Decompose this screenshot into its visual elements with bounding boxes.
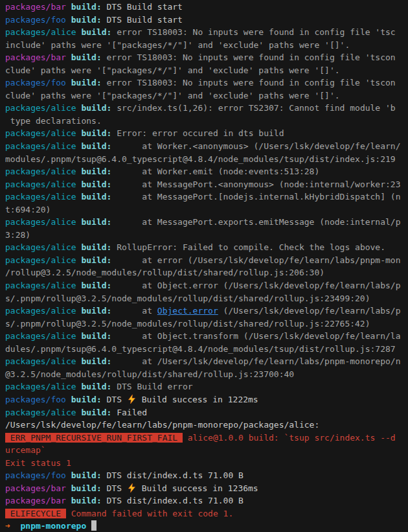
- terminal-text: Build success in 1222ms: [137, 395, 258, 404]
- terminal-line: clude' paths were '["packages/*/"]' and …: [5, 64, 408, 77]
- terminal-text: build:: [81, 27, 111, 37]
- terminal-text: build:: [71, 395, 102, 404]
- terminal-text: build:: [81, 408, 111, 417]
- terminal-text: packages/alice: [5, 281, 81, 290]
- terminal-line: packages/bar build: DTS Build start: [5, 1, 408, 14]
- terminal-line: urcemap`: [5, 444, 408, 457]
- terminal-line: packages/alice build: Error: error occur…: [5, 127, 408, 140]
- terminal-text: /Users/lsk/develop/fe/learn/labs/pnpm-mo…: [5, 420, 319, 430]
- terminal-line: /Users/lsk/develop/fe/learn/labs/pnpm-mo…: [5, 419, 408, 432]
- terminal-line: packages/alice build: at Object.error (/…: [5, 305, 408, 318]
- lightning-bolt-icon: [127, 483, 137, 493]
- terminal-text: build:: [81, 331, 111, 341]
- terminal-text: packages/alice: [5, 255, 81, 265]
- terminal-text: urcemap`: [5, 445, 46, 455]
- terminal-text: packages/alice: [5, 356, 81, 366]
- terminal-text: Exit status 1: [5, 458, 71, 468]
- terminal-line: packages/alice build: error TS18003: No …: [5, 26, 408, 39]
- terminal-line: packages/alice build: src/index.ts(1,26)…: [5, 102, 408, 115]
- terminal-text: DTS Build start: [102, 2, 183, 12]
- terminal-text: Build success in 1236ms: [137, 483, 258, 493]
- terminal-line: Exit status 1: [5, 457, 408, 470]
- terminal-text: packages/bar: [5, 52, 71, 62]
- terminal-text: Error: error occured in dts build: [111, 128, 284, 138]
- terminal-text: src/index.ts(1,26): error TS2307: Cannot…: [111, 103, 395, 113]
- terminal-text: build:: [81, 128, 111, 138]
- terminal-text: packages/alice: [5, 103, 81, 113]
- prompt-line: ➜ pnpm-monorepo: [5, 520, 408, 532]
- terminal-line: dules/.pnpm/tsup@6.4.0_typescript@4.8.4/…: [5, 343, 408, 356]
- terminal-text: at Object.transform (/Users/lsk/develop/…: [111, 331, 400, 341]
- terminal-text: packages/alice: [5, 167, 81, 176]
- terminal-text: build:: [71, 15, 102, 25]
- terminal-text: build:: [81, 217, 111, 227]
- terminal-text: build:: [81, 192, 111, 202]
- terminal-text: packages/alice: [5, 242, 81, 252]
- terminal-line: t:694:20): [5, 203, 408, 216]
- terminal-line: packages/foo build: error TS18003: No in…: [5, 76, 408, 89]
- terminal-line: type declarations.: [5, 115, 408, 128]
- terminal-text: build:: [71, 2, 102, 12]
- terminal-line: packages/bar build: DTS Build success in…: [5, 482, 408, 495]
- terminal-text: packages/alice: [5, 141, 81, 151]
- terminal-line: packages/bar build: error TS18003: No in…: [5, 51, 408, 64]
- terminal-text: build:: [81, 255, 111, 265]
- terminal-line: packages/alice build: at Object.transfor…: [5, 330, 408, 343]
- terminal-text: modules/.pnpm/tsup@6.4.0_typescript@4.8.…: [5, 154, 396, 164]
- error-badge: ERR_PNPM_RECURSIVE_RUN_FIRST_FAIL: [5, 433, 183, 443]
- terminal-text: build:: [81, 306, 111, 316]
- terminal-text: packages/foo: [5, 395, 71, 404]
- terminal-text: error TS18003: No inputs were found in c…: [102, 78, 396, 87]
- terminal-line: packages/alice build: RollupError: Faile…: [5, 241, 408, 254]
- terminal-line: packages/alice build: at Worker.emit (no…: [5, 165, 408, 178]
- terminal-text: packages/bar: [5, 483, 71, 493]
- terminal-line: packages/alice build: at error (/Users/l…: [5, 254, 408, 267]
- terminal-text: error TS18003: No inputs were found in c…: [102, 52, 396, 62]
- terminal-text: packages/alice: [5, 306, 81, 316]
- terminal-text: build:: [81, 242, 111, 252]
- terminal-text: /rollup@3.2.5/node_modules/rollup/dist/s…: [5, 268, 324, 277]
- terminal-text: packages/alice: [5, 27, 81, 37]
- terminal-text: clude' paths were '["packages/*/"]' and …: [5, 91, 340, 100]
- terminal-line: packages/alice build: at MessagePort.<an…: [5, 178, 408, 191]
- terminal-text: dules/.pnpm/tsup@6.4.0_typescript@4.8.4/…: [5, 344, 396, 354]
- terminal-text: (/Users/lsk/develop/fe/learn/labs/p: [218, 306, 401, 316]
- terminal-text: packages/alice: [5, 382, 81, 391]
- terminal-line: packages/alice build: Failed: [5, 406, 408, 419]
- terminal-text: DTS Build error: [111, 382, 192, 391]
- terminal-text: at MessagePort.<anonymous> (node:interna…: [111, 179, 400, 189]
- terminal-text: at MessagePort.exports.emitMessage (node…: [111, 217, 400, 227]
- terminal-text: error TS18003: No inputs were found in c…: [111, 27, 395, 37]
- terminal-text: packages/bar: [5, 496, 71, 505]
- terminal-text: at: [111, 306, 157, 316]
- terminal-output[interactable]: packages/bar build: DTS Build startpacka…: [0, 0, 408, 532]
- terminal-text: packages/foo: [5, 470, 71, 480]
- terminal-text: build:: [71, 78, 102, 87]
- terminal-text: type declarations.: [5, 116, 102, 126]
- terminal-line: ERR_PNPM_RECURSIVE_RUN_FIRST_FAIL alice@…: [5, 432, 408, 445]
- prompt-directory: pnpm-monorepo: [20, 521, 86, 531]
- terminal-line: packages/alice build: at MessagePort.[no…: [5, 191, 408, 203]
- terminal-line: packages/foo build: DTS Build start: [5, 14, 408, 27]
- terminal-text: @3.2.5/node_modules/rollup/dist/shared/r…: [5, 369, 294, 379]
- terminal-text: include' paths were '["packages/*/"]' an…: [5, 40, 350, 50]
- terminal-text: build:: [71, 483, 102, 493]
- terminal-text: DTS Build start: [102, 15, 183, 25]
- terminal-line: s/.pnpm/rollup@3.2.5/node_modules/rollup…: [5, 292, 408, 305]
- terminal-text: packages/alice: [5, 179, 81, 189]
- terminal-text: at MessagePort.[nodejs.internal.kHybridD…: [111, 192, 400, 202]
- terminal-text: DTS: [102, 483, 127, 493]
- terminal-line: packages/alice build: DTS Build error: [5, 380, 408, 393]
- terminal-text: packages/alice: [5, 331, 81, 341]
- terminal-text: packages/alice: [5, 128, 81, 138]
- terminal-text: [86, 521, 91, 531]
- terminal-text: packages/alice: [5, 192, 81, 202]
- terminal-text: packages/foo: [5, 15, 71, 25]
- terminal-text: DTS dist/index.d.ts 71.00 B: [102, 496, 244, 505]
- file-link[interactable]: Object.error: [157, 306, 218, 316]
- terminal-text: build:: [81, 167, 111, 176]
- terminal-text: Failed: [111, 408, 147, 417]
- terminal-line: packages/alice build: at Worker.<anonymo…: [5, 140, 408, 153]
- terminal-text: at Worker.emit (node:events:513:28): [111, 167, 319, 176]
- terminal-text: build:: [81, 281, 111, 290]
